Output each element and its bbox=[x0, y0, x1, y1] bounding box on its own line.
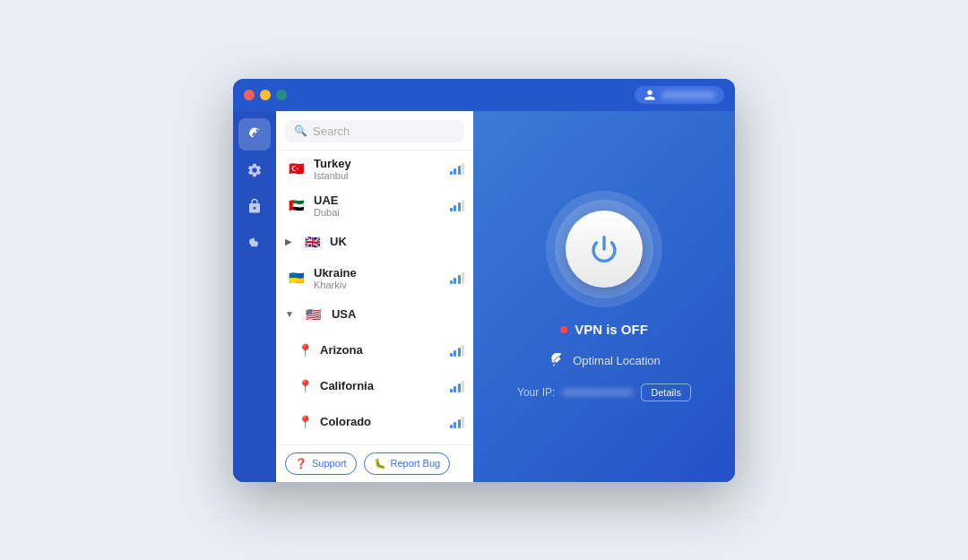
server-list: 🇹🇷 Turkey Istanbul 🇦🇪 bbox=[276, 151, 473, 444]
close-button[interactable] bbox=[244, 90, 255, 100]
details-button[interactable]: Details bbox=[641, 383, 691, 401]
bar3 bbox=[458, 166, 461, 175]
usa-flag: 🇺🇸 bbox=[303, 304, 324, 325]
uk-flag: 🇬🇧 bbox=[301, 231, 323, 253]
turkey-flag: 🇹🇷 bbox=[285, 158, 307, 179]
location-pin-icon: 📍 bbox=[298, 415, 313, 429]
chevron-down-icon: ▼ bbox=[285, 309, 294, 319]
username-text bbox=[661, 91, 715, 99]
bar2 bbox=[454, 205, 456, 211]
settings-icon bbox=[246, 162, 263, 178]
bar1 bbox=[450, 208, 453, 211]
main-content: 🔍 🇹🇷 Turkey Istanbul bbox=[233, 111, 735, 482]
rocket-small-icon bbox=[548, 351, 566, 369]
bar1 bbox=[450, 389, 453, 392]
bar2 bbox=[454, 350, 456, 357]
location-pin-icon: 📍 bbox=[298, 343, 313, 358]
bar3 bbox=[458, 383, 461, 392]
bar2 bbox=[454, 386, 456, 392]
server-country: USA bbox=[332, 307, 464, 321]
traffic-lights bbox=[244, 90, 287, 100]
optimal-location[interactable]: Optimal Location bbox=[548, 351, 661, 369]
user-badge[interactable] bbox=[635, 86, 724, 104]
server-country: UK bbox=[330, 235, 464, 248]
sidebar-item-security[interactable] bbox=[238, 190, 271, 222]
location-pin-icon: 📍 bbox=[298, 379, 313, 393]
report-bug-button[interactable]: 🐛 Report Bug bbox=[364, 452, 451, 475]
ip-row: Your IP: Details bbox=[517, 383, 691, 401]
sidebar-item-blocker[interactable] bbox=[238, 226, 271, 258]
bar4 bbox=[462, 163, 464, 175]
your-ip-label: Your IP: bbox=[517, 386, 555, 399]
bar2 bbox=[454, 278, 456, 284]
uae-flag: 🇦🇪 bbox=[285, 194, 307, 216]
list-item[interactable]: 🇹🇷 Turkey Istanbul bbox=[276, 151, 473, 187]
vpn-status-text: VPN is OFF bbox=[575, 322, 648, 337]
list-item[interactable]: 🇺🇦 Ukraine Kharkiv bbox=[276, 260, 473, 297]
bug-icon: 🐛 bbox=[374, 458, 386, 470]
list-item[interactable]: 🇦🇪 UAE Dubai bbox=[276, 187, 473, 224]
server-info: Arizona bbox=[320, 343, 443, 357]
bar4 bbox=[462, 345, 464, 357]
bar3 bbox=[458, 419, 461, 428]
list-item[interactable]: ▼ 🇺🇸 USA bbox=[276, 297, 473, 332]
bar1 bbox=[450, 280, 453, 284]
support-label: Support bbox=[312, 458, 347, 469]
state-name: California bbox=[320, 379, 443, 392]
right-panel: VPN is OFF Optimal Location Your IP: Det… bbox=[473, 111, 735, 482]
server-info: USA bbox=[332, 307, 464, 321]
app-window: 🔍 🇹🇷 Turkey Istanbul bbox=[233, 79, 735, 482]
server-info: UK bbox=[330, 235, 464, 248]
server-country: Turkey bbox=[314, 157, 443, 170]
power-icon bbox=[590, 235, 618, 263]
bar4 bbox=[462, 381, 464, 392]
bar3 bbox=[458, 275, 461, 284]
bar2 bbox=[454, 422, 456, 428]
server-country: Ukraine bbox=[314, 266, 443, 280]
bar4 bbox=[462, 200, 464, 211]
server-info: Ukraine Kharkiv bbox=[314, 266, 443, 290]
minimize-button[interactable] bbox=[260, 90, 271, 100]
server-city: Istanbul bbox=[314, 170, 443, 181]
lock-icon bbox=[246, 198, 263, 214]
ukraine-flag: 🇺🇦 bbox=[285, 267, 307, 289]
server-country: UAE bbox=[314, 194, 443, 207]
bar4 bbox=[462, 272, 464, 284]
list-item[interactable]: 📍 California bbox=[276, 368, 473, 404]
maximize-button[interactable] bbox=[276, 90, 287, 100]
search-icon: 🔍 bbox=[294, 125, 307, 137]
server-info: UAE Dubai bbox=[314, 194, 443, 218]
signal-bars bbox=[450, 380, 465, 392]
bar4 bbox=[462, 417, 464, 428]
signal-bars bbox=[450, 199, 465, 211]
support-icon: ❓ bbox=[295, 458, 307, 470]
support-button[interactable]: ❓ Support bbox=[285, 452, 357, 475]
bottom-bar: ❓ Support 🐛 Report Bug bbox=[276, 444, 473, 482]
state-name: Arizona bbox=[320, 343, 443, 357]
list-item[interactable]: 📍 Arizona bbox=[276, 332, 473, 368]
signal-bars bbox=[450, 416, 465, 428]
bar1 bbox=[450, 425, 453, 428]
search-input-wrap[interactable]: 🔍 bbox=[285, 120, 464, 142]
bar2 bbox=[454, 168, 456, 175]
bar1 bbox=[450, 171, 453, 175]
status-dot bbox=[560, 326, 567, 333]
bar1 bbox=[450, 353, 453, 357]
server-info: Turkey Istanbul bbox=[314, 157, 443, 181]
power-ring-mid bbox=[555, 200, 653, 298]
sidebar-item-settings[interactable] bbox=[238, 154, 271, 186]
hand-icon bbox=[246, 234, 263, 250]
vpn-status: VPN is OFF bbox=[560, 322, 648, 337]
power-button[interactable] bbox=[566, 211, 643, 288]
signal-bars bbox=[450, 271, 465, 284]
search-box: 🔍 bbox=[276, 111, 473, 151]
list-item[interactable]: ▶ 🇬🇧 UK bbox=[276, 224, 473, 260]
list-item[interactable]: 📍 Colorado bbox=[276, 404, 473, 440]
sidebar-item-servers[interactable] bbox=[238, 118, 271, 151]
server-panel: 🔍 🇹🇷 Turkey Istanbul bbox=[276, 111, 473, 482]
rocket-icon bbox=[246, 126, 263, 142]
chevron-right-icon: ▶ bbox=[285, 237, 292, 246]
server-city: Kharkiv bbox=[314, 280, 443, 290]
search-input[interactable] bbox=[313, 125, 455, 138]
bar3 bbox=[458, 202, 461, 211]
